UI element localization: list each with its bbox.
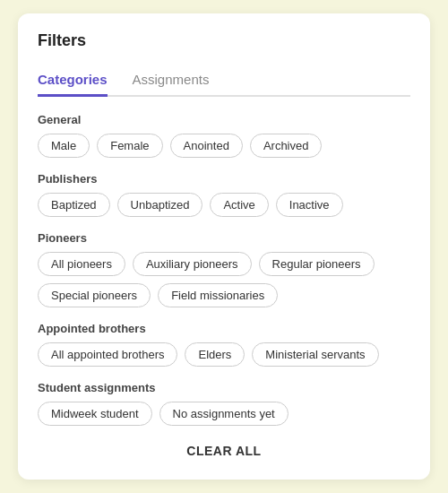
chip-all-appointed-brothers[interactable]: All appointed brothers	[38, 342, 177, 367]
chip-male[interactable]: Male	[38, 134, 90, 158]
filters-panel: Filters Categories Assignments GeneralMa…	[18, 13, 430, 480]
chip-active[interactable]: Active	[210, 193, 268, 217]
chip-unbaptized[interactable]: Unbaptized	[117, 193, 203, 217]
section-student-assignments: Student assignmentsMidweek studentNo ass…	[38, 381, 410, 426]
chip-ministerial-servants[interactable]: Ministerial servants	[252, 342, 378, 367]
chip-no-assignments-yet[interactable]: No assignments yet	[159, 402, 289, 426]
sections-container: GeneralMaleFemaleAnointedArchivedPublish…	[38, 113, 410, 426]
section-appointed-brothers: Appointed brothersAll appointed brothers…	[38, 322, 410, 367]
chip-elders[interactable]: Elders	[185, 342, 245, 367]
panel-title: Filters	[38, 31, 410, 50]
chip-female[interactable]: Female	[97, 134, 162, 158]
chips-student-assignments: Midweek studentNo assignments yet	[38, 402, 410, 426]
chip-archived[interactable]: Archived	[250, 134, 323, 158]
chip-special-pioneers[interactable]: Special pioneers	[38, 283, 151, 307]
section-label-publishers: Publishers	[38, 172, 410, 186]
chip-field-missionaries[interactable]: Field missionaries	[158, 283, 278, 307]
chips-publishers: BaptizedUnbaptizedActiveInactive	[38, 193, 410, 217]
section-label-general: General	[38, 113, 410, 126]
tab-categories[interactable]: Categories	[38, 65, 108, 97]
chip-midweek-student[interactable]: Midweek student	[38, 402, 152, 426]
chip-regular-pioneers[interactable]: Regular pioneers	[259, 252, 375, 276]
section-label-student-assignments: Student assignments	[38, 381, 410, 394]
chip-inactive[interactable]: Inactive	[276, 193, 343, 217]
chip-baptized[interactable]: Baptized	[38, 193, 110, 217]
section-publishers: PublishersBaptizedUnbaptizedActiveInacti…	[38, 172, 410, 217]
chip-anointed[interactable]: Anointed	[170, 134, 243, 158]
tab-bar: Categories Assignments	[38, 65, 410, 97]
chips-appointed-brothers: All appointed brothersEldersMinisterial …	[38, 342, 410, 367]
chips-pioneers: All pioneersAuxiliary pioneersRegular pi…	[38, 252, 410, 307]
chip-auxiliary-pioneers[interactable]: Auxiliary pioneers	[133, 252, 252, 276]
clear-all-button[interactable]: CLEAR ALL	[38, 444, 410, 458]
section-general: GeneralMaleFemaleAnointedArchived	[38, 113, 410, 158]
chips-general: MaleFemaleAnointedArchived	[38, 134, 410, 158]
chip-all-pioneers[interactable]: All pioneers	[38, 252, 125, 276]
section-label-appointed-brothers: Appointed brothers	[38, 322, 410, 335]
section-label-pioneers: Pioneers	[38, 231, 410, 245]
section-pioneers: PioneersAll pioneersAuxiliary pioneersRe…	[38, 231, 410, 307]
tab-assignments[interactable]: Assignments	[133, 65, 210, 97]
